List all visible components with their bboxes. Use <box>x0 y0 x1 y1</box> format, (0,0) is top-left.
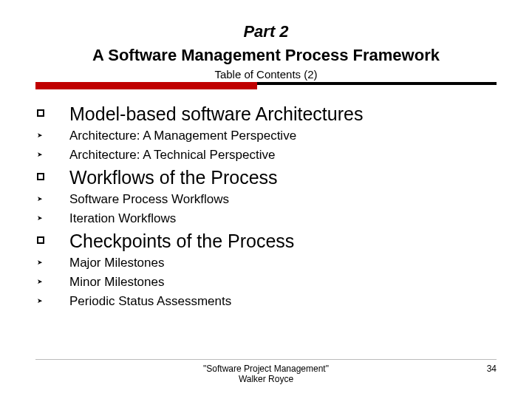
arrow-bullet-icon: ➤ <box>35 126 69 144</box>
list-item-text: Software Process Workflows <box>69 190 497 209</box>
arrow-bullet-icon: ➤ <box>35 190 69 208</box>
arrow-bullet-icon: ➤ <box>35 292 69 310</box>
list-item-text: Iteration Workflows <box>69 209 497 228</box>
list-item-text: Periodic Status Assessments <box>69 292 497 311</box>
list-item: ➤ Minor Milestones <box>35 273 497 292</box>
section-title: Workflows of the Process <box>69 165 497 190</box>
list-item: ➤ Architecture: A Technical Perspective <box>35 146 497 165</box>
list-item: ➤ Major Milestones <box>35 253 497 273</box>
slide: Part 2 A Software Management Process Fra… <box>0 0 532 399</box>
toc-label: Table of Contents (2) <box>35 68 497 81</box>
list-item-text: Architecture: A Management Perspective <box>69 126 497 146</box>
arrow-bullet-icon: ➤ <box>35 253 69 271</box>
footer-author: Walker Royce <box>239 374 293 384</box>
square-bullet-icon <box>37 173 44 180</box>
subtitle: A Software Management Process Framework <box>35 46 497 65</box>
square-bullet-icon <box>37 236 44 244</box>
section-title: Model-based software Architectures <box>69 101 497 126</box>
page-number: 34 <box>487 364 497 374</box>
list-item: ➤ Periodic Status Assessments <box>35 292 497 311</box>
section-heading: Checkpoints of the Process <box>35 228 497 253</box>
list-item: ➤ Architecture: A Management Perspective <box>35 126 497 146</box>
content: Model-based software Architectures ➤ Arc… <box>35 100 497 311</box>
square-bullet-icon <box>37 109 44 117</box>
footer: "Software Project Management" Walker Roy… <box>0 364 532 389</box>
list-item: ➤ Software Process Workflows <box>35 190 497 209</box>
section-heading: Workflows of the Process <box>35 165 497 190</box>
section-title: Checkpoints of the Process <box>69 228 497 253</box>
arrow-bullet-icon: ➤ <box>35 209 69 227</box>
list-item-text: Major Milestones <box>69 253 497 273</box>
footer-divider <box>35 359 497 360</box>
footer-book: "Software Project Management" <box>203 364 329 374</box>
arrow-bullet-icon: ➤ <box>35 273 69 290</box>
divider-red <box>35 82 257 89</box>
section-heading: Model-based software Architectures <box>35 101 497 126</box>
list-item-text: Architecture: A Technical Perspective <box>69 146 497 165</box>
part-title: Part 2 <box>35 22 497 41</box>
footer-center: "Software Project Management" Walker Roy… <box>0 364 532 385</box>
divider <box>35 82 497 89</box>
list-item: ➤ Iteration Workflows <box>35 209 497 228</box>
arrow-bullet-icon: ➤ <box>35 146 69 163</box>
list-item-text: Minor Milestones <box>69 273 497 292</box>
